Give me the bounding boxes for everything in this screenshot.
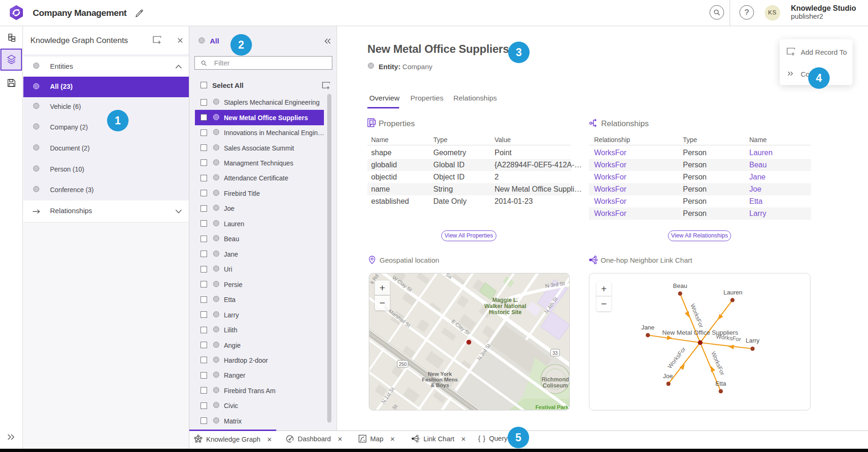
svg-text:Coliseum: Coliseum bbox=[543, 382, 568, 389]
svg-text:& Boys: & Boys bbox=[430, 382, 449, 388]
svg-text:Richmond: Richmond bbox=[542, 376, 569, 383]
svg-text:WorksFor: WorksFor bbox=[689, 303, 704, 329]
svg-text:250: 250 bbox=[399, 362, 407, 367]
svg-text:New York: New York bbox=[428, 371, 452, 377]
svg-text:Joe: Joe bbox=[663, 373, 673, 380]
svg-text:Beau: Beau bbox=[673, 282, 687, 289]
svg-text:Fashion Mens: Fashion Mens bbox=[422, 377, 458, 382]
svg-text:Walker National: Walker National bbox=[484, 303, 526, 309]
svg-text:Lauren: Lauren bbox=[724, 289, 742, 296]
svg-text:New Metal Office Suppliers: New Metal Office Suppliers bbox=[662, 329, 739, 336]
svg-text:Festival Park: Festival Park bbox=[536, 404, 569, 410]
svg-text:Jane: Jane bbox=[641, 324, 654, 331]
svg-text:Etta: Etta bbox=[715, 380, 726, 387]
svg-text:Historic Site: Historic Site bbox=[489, 309, 522, 316]
svg-text:33: 33 bbox=[552, 351, 558, 356]
svg-text:Maggie L.: Maggie L. bbox=[492, 297, 518, 303]
svg-text:Larry: Larry bbox=[746, 337, 760, 344]
